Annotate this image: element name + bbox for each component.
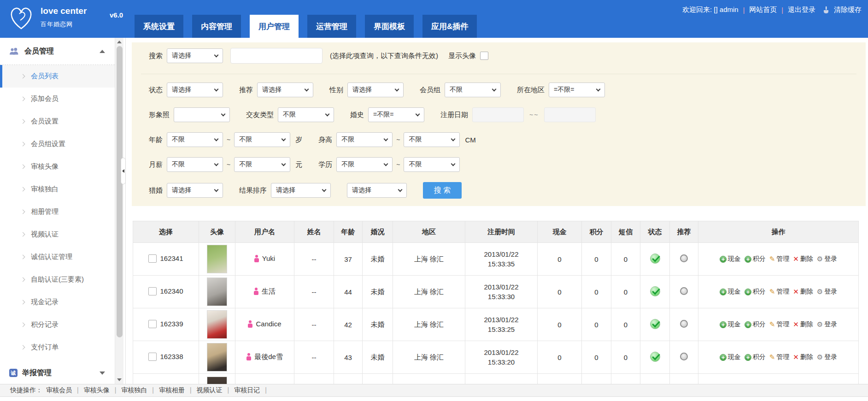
delete-action[interactable]: ✕ 删除 — [793, 288, 813, 296]
row-checkbox[interactable] — [148, 287, 157, 295]
search-button[interactable]: 搜 索 — [423, 182, 462, 199]
salary-to-select[interactable]: 不限 — [234, 157, 290, 172]
sidebar-item[interactable]: 现金记录 — [0, 291, 115, 313]
quickbar-link[interactable]: 审核相册 — [159, 386, 185, 394]
filter-select[interactable]: 不限 — [445, 83, 501, 97]
clear-cache-link[interactable]: 清除缓存 — [834, 6, 862, 14]
nav-tab[interactable]: 界面模板 — [365, 15, 414, 38]
add-points-action[interactable]: + 积分 — [745, 255, 766, 263]
keyword-input[interactable] — [230, 48, 323, 64]
manage-action[interactable]: ✎ 管理 — [769, 353, 790, 361]
member-username[interactable]: 生活 — [262, 287, 276, 296]
expand-down-icon[interactable] — [100, 372, 105, 375]
recommend-off-radio-icon[interactable] — [680, 353, 688, 360]
sidebar-item[interactable]: 会员组设置 — [0, 133, 115, 155]
salary-from-select[interactable]: 不限 — [167, 157, 223, 172]
quickbar-link[interactable]: 审核会员 — [46, 386, 72, 394]
member-username[interactable]: 最後de雪 — [254, 353, 283, 361]
status-approved-check-icon[interactable] — [650, 352, 660, 362]
collapse-up-icon[interactable] — [100, 50, 105, 53]
sidebar-section-report-management[interactable]: 诚 举报管理 — [0, 363, 115, 383]
status-approved-check-icon[interactable] — [650, 319, 660, 329]
show-avatar-checkbox[interactable] — [480, 52, 488, 60]
login-as-action[interactable]: ⚙ 登录 — [817, 255, 837, 263]
nav-tab[interactable]: 应用&插件 — [422, 15, 477, 38]
sidebar-item[interactable]: 视频认证 — [0, 223, 115, 246]
login-as-action[interactable]: ⚙ 登录 — [817, 320, 837, 329]
add-points-action[interactable]: + 积分 — [745, 288, 766, 296]
add-cash-action[interactable]: + 现金 — [720, 255, 741, 263]
add-cash-action[interactable]: + 现金 — [720, 353, 741, 361]
nav-tab[interactable]: 内容管理 — [192, 15, 241, 38]
nav-tab[interactable]: 运营管理 — [307, 15, 356, 38]
member-username[interactable]: Candice — [256, 320, 281, 328]
manage-action[interactable]: ✎ 管理 — [769, 288, 790, 296]
sidebar-item[interactable]: 审核独白 — [0, 178, 115, 200]
member-username[interactable]: Yuki — [262, 254, 275, 262]
scrollbar-thumb[interactable] — [117, 46, 123, 337]
education-to-select[interactable]: 不限 — [404, 157, 460, 172]
filter-select[interactable]: 请选择 — [347, 83, 404, 97]
delete-action[interactable]: ✕ 删除 — [793, 255, 813, 263]
manage-action[interactable]: ✎ 管理 — [769, 255, 790, 263]
age-to-select[interactable]: 不限 — [234, 132, 290, 147]
sort-select[interactable]: 请选择 — [271, 183, 331, 198]
member-avatar[interactable] — [207, 377, 227, 384]
logout-link[interactable]: 退出登录 — [788, 6, 815, 14]
filter-select[interactable] — [174, 107, 230, 122]
scroll-up-arrow-icon[interactable] — [117, 41, 122, 43]
height-to-select[interactable]: 不限 — [404, 132, 460, 147]
member-avatar[interactable] — [207, 277, 227, 306]
sidebar-item[interactable]: 会员设置 — [0, 110, 115, 133]
row-checkbox[interactable] — [148, 254, 157, 263]
sidebar-scrollbar[interactable] — [115, 38, 123, 384]
recommend-off-radio-icon[interactable] — [680, 320, 688, 328]
filter-select[interactable]: 不限 — [278, 107, 334, 122]
sidebar-item[interactable]: 积分记录 — [0, 313, 115, 336]
nav-tab[interactable]: 用户管理 — [250, 15, 299, 38]
filter-select[interactable]: =不限= — [368, 107, 424, 122]
login-as-action[interactable]: ⚙ 登录 — [817, 288, 837, 296]
member-avatar[interactable] — [207, 343, 227, 372]
recommend-off-radio-icon[interactable] — [680, 287, 688, 295]
status-approved-check-icon[interactable] — [650, 254, 660, 264]
sidebar-item[interactable]: 审核头像 — [0, 155, 115, 178]
reg-date-from-input[interactable] — [472, 107, 524, 122]
delete-action[interactable]: ✕ 删除 — [793, 320, 813, 329]
member-avatar[interactable] — [207, 310, 227, 339]
sidebar-item[interactable]: 诚信认证管理 — [0, 246, 115, 268]
sidebar-item[interactable]: 会员列表 — [0, 65, 115, 88]
quickbar-link[interactable]: 审核日记 — [234, 386, 260, 394]
education-from-select[interactable]: 不限 — [336, 157, 393, 172]
reg-date-to-input[interactable] — [544, 107, 596, 122]
row-checkbox[interactable] — [148, 320, 157, 328]
filter-select[interactable]: 请选择 — [167, 83, 223, 97]
row-checkbox[interactable] — [148, 353, 157, 361]
sidebar-item[interactable]: 相册管理 — [0, 200, 115, 223]
sidebar-collapse-handle[interactable] — [121, 158, 126, 184]
member-avatar[interactable] — [207, 245, 227, 273]
quickbar-link[interactable]: 审核头像 — [84, 386, 110, 394]
add-cash-action[interactable]: + 现金 — [720, 288, 741, 296]
status-approved-check-icon[interactable] — [650, 286, 660, 296]
add-points-action[interactable]: + 积分 — [745, 353, 766, 361]
age-from-select[interactable]: 不限 — [167, 132, 223, 147]
sidebar-section-member-management[interactable]: 会员管理 — [0, 38, 115, 65]
quickbar-link[interactable]: 视频认证 — [197, 386, 223, 394]
site-home-link[interactable]: 网站首页 — [749, 6, 777, 14]
delete-action[interactable]: ✕ 删除 — [793, 353, 813, 361]
height-from-select[interactable]: 不限 — [336, 132, 393, 147]
add-points-action[interactable]: + 积分 — [745, 320, 766, 329]
nav-tab[interactable]: 系统设置 — [135, 15, 183, 38]
login-as-action[interactable]: ⚙ 登录 — [817, 353, 837, 361]
recommend-off-radio-icon[interactable] — [680, 254, 688, 262]
scroll-down-arrow-icon[interactable] — [117, 378, 122, 381]
sidebar-item[interactable]: 添加会员 — [0, 88, 115, 110]
add-cash-action[interactable]: + 现金 — [720, 320, 741, 329]
filter-select[interactable]: 请选择 — [257, 83, 313, 97]
sidebar-item[interactable]: 支付订单 — [0, 336, 115, 359]
sidebar-item[interactable]: 自助认证(三要素) — [0, 268, 115, 291]
keyword-type-select[interactable]: 请选择 — [167, 48, 223, 63]
sort-order-select[interactable]: 请选择 — [347, 183, 407, 198]
filter-select[interactable]: =不限= — [549, 83, 605, 97]
